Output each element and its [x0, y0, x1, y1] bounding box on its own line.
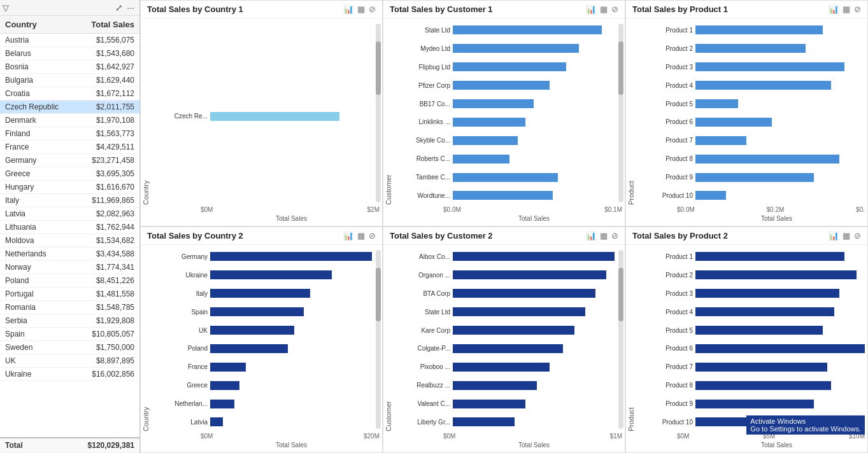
no-data-icon[interactable]: ⊘	[611, 231, 618, 240]
bar-chart-icon[interactable]: 📊	[586, 231, 596, 240]
bar-track	[210, 307, 372, 316]
bar-fill	[453, 62, 566, 71]
chart-country1-ylabel: Country	[141, 21, 151, 205]
bar-label: Realbuzz ...	[396, 382, 450, 389]
chart-product1-ylabel: Product	[626, 21, 636, 205]
table-row[interactable]: Czech Republic $2,011,755	[0, 101, 139, 114]
scrollbar[interactable]	[618, 250, 623, 429]
bar-chart2-icon[interactable]: ▦	[600, 231, 608, 240]
bar-row: Product 7	[639, 135, 865, 146]
table-row[interactable]: Austria $1,556,075	[0, 34, 139, 47]
table-row[interactable]: Serbia $1,929,808	[0, 314, 139, 328]
chart-customer2-bars: Customer Aibox Co... Organon ... BTA Cor…	[383, 245, 625, 452]
table-row[interactable]: Germany $23,271,458	[0, 154, 139, 167]
bar-track	[210, 363, 372, 372]
bar-fill	[210, 289, 310, 298]
bar-row: Wordtune...	[396, 190, 615, 201]
bar-row: Product 2	[639, 43, 865, 54]
table-row[interactable]: Latvia $2,082,963	[0, 207, 139, 221]
bar-row: Pfizer Corp	[396, 80, 615, 91]
expand-icon[interactable]: ⤢	[115, 3, 123, 13]
country-name: Poland	[5, 276, 29, 285]
bar-label: Product 8	[639, 155, 693, 162]
table-row[interactable]: Portugal $1,481,558	[0, 288, 139, 301]
bar-chart2-icon[interactable]: ▦	[600, 4, 608, 14]
more-options-icon[interactable]: ···	[127, 3, 134, 13]
sales-value: $1,672,112	[96, 89, 134, 98]
filter-icon[interactable]: ▽	[3, 3, 9, 13]
table-row[interactable]: Italy $11,969,865	[0, 194, 139, 207]
table-row[interactable]: Bosnia $1,642,927	[0, 60, 139, 74]
bar-fill	[695, 289, 839, 298]
table-row[interactable]: Moldova $1,534,682	[0, 234, 139, 247]
bar-chart-icon[interactable]: 📊	[343, 4, 353, 14]
no-data-icon[interactable]: ⊘	[369, 4, 376, 14]
table-row[interactable]: Poland $8,451,226	[0, 274, 139, 288]
table-row[interactable]: Bulgaria $1,629,440	[0, 74, 139, 87]
bar-track	[453, 118, 615, 127]
no-data-icon[interactable]: ⊘	[854, 4, 861, 14]
bar-row: Product 5	[639, 98, 865, 109]
no-data-icon[interactable]: ⊘	[611, 4, 618, 14]
bar-track	[210, 381, 372, 390]
bar-label: Product 9	[639, 400, 693, 407]
bar-row: Product 10	[639, 190, 865, 201]
bar-track	[695, 289, 865, 298]
no-data-icon[interactable]: ⊘	[369, 231, 376, 240]
bar-fill	[453, 307, 585, 316]
table-row[interactable]: Denmark $1,970,108	[0, 114, 139, 127]
bar-chart-icon[interactable]: 📊	[829, 231, 839, 240]
table-row[interactable]: France $4,429,511	[0, 141, 139, 154]
chart-product1-xlabel: Total Sales	[626, 214, 867, 223]
bar-chart2-icon[interactable]: ▦	[357, 4, 365, 14]
bar-label: Wordtune...	[396, 192, 450, 199]
table-row[interactable]: UK $8,897,895	[0, 354, 139, 368]
table-row[interactable]: Hungary $1,616,670	[0, 181, 139, 194]
bar-label: Netherlan...	[153, 400, 208, 407]
sales-value: $1,556,075	[96, 36, 134, 45]
bar-label: Poland	[153, 345, 208, 352]
scrollbar[interactable]	[376, 24, 381, 202]
bar-label: Product 7	[639, 363, 693, 370]
bar-row: Mydeo Ltd	[396, 43, 615, 54]
bar-fill	[453, 99, 534, 108]
bar-track	[453, 173, 615, 182]
bar-row: Italy	[153, 288, 372, 299]
table-row[interactable]: Norway $1,774,341	[0, 261, 139, 274]
bar-chart-icon[interactable]: 📊	[586, 4, 596, 14]
bar-chart2-icon[interactable]: ▦	[357, 231, 365, 240]
bar-track	[453, 326, 615, 335]
table-row[interactable]: Ukraine $16,002,856	[0, 368, 139, 381]
bar-fill	[695, 326, 823, 335]
table-row[interactable]: Spain $10,805,057	[0, 328, 139, 341]
table-row[interactable]: Greece $3,695,305	[0, 167, 139, 181]
table-body[interactable]: Austria $1,556,075 Belarus $1,543,680 Bo…	[0, 34, 139, 437]
bar-fill	[453, 44, 579, 53]
bar-chart-icon[interactable]: 📊	[343, 231, 353, 240]
bar-track	[695, 99, 865, 108]
bar-chart2-icon[interactable]: ▦	[843, 231, 850, 240]
bar-row: Product 7	[639, 361, 865, 373]
no-data-icon[interactable]: ⊘	[854, 231, 861, 240]
bar-label: Pixoboo ...	[396, 363, 450, 370]
table-row[interactable]: Netherlands $3,434,588	[0, 247, 139, 261]
bar-track	[695, 417, 865, 426]
chart-country1-title: Total Sales by Country 1	[147, 4, 243, 14]
table-row[interactable]: Sweden $1,750,000	[0, 341, 139, 354]
bar-track	[453, 252, 615, 261]
bar-fill	[453, 136, 518, 145]
bar-chart-icon[interactable]: 📊	[829, 4, 839, 14]
table-row[interactable]: Lithuania $1,762,944	[0, 221, 139, 234]
bars-area: State Ltd Mydeo Ltd Flipbug Ltd Pfizer C…	[394, 21, 617, 205]
sales-value: $1,629,440	[96, 76, 134, 85]
country-name: Belarus	[5, 49, 31, 58]
bar-label: Product 4	[639, 309, 693, 316]
bar-chart2-icon[interactable]: ▦	[843, 4, 850, 14]
table-row[interactable]: Belarus $1,543,680	[0, 47, 139, 60]
table-row[interactable]: Finland $1,563,773	[0, 127, 139, 141]
table-row[interactable]: Croatia $1,672,112	[0, 87, 139, 101]
scrollbar[interactable]	[618, 24, 623, 202]
table-row[interactable]: Romania $1,548,785	[0, 301, 139, 314]
scrollbar[interactable]	[376, 250, 381, 429]
country-name: Finland	[5, 129, 30, 138]
